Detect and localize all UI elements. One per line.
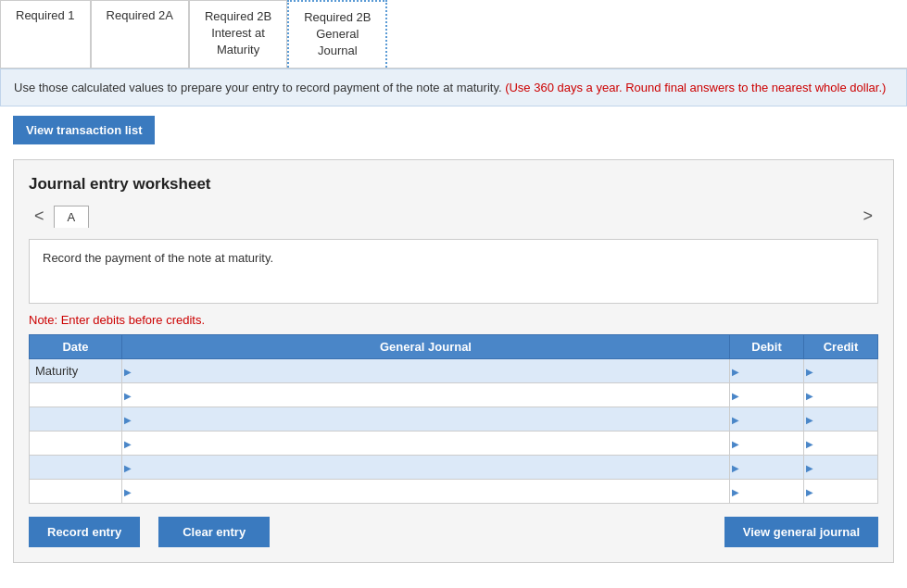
clear-entry-button[interactable]: Clear entry [158,517,270,547]
bottom-buttons: Record entry Clear entry View general jo… [29,517,878,547]
col-header-journal: General Journal [122,335,730,359]
cell-debit[interactable] [730,407,804,432]
cell-date [30,383,122,407]
tab-required1[interactable]: Required 1 [0,0,91,68]
cell-journal[interactable] [122,480,730,504]
debit-input[interactable] [730,359,803,382]
debit-input[interactable] [730,432,803,455]
cell-date [30,456,122,480]
entry-tab-a[interactable]: A [54,206,90,228]
top-actions: View transaction list [0,106,907,154]
tab-required2b-journal[interactable]: Required 2BGeneralJournal [287,0,387,68]
cell-date [30,480,122,504]
credit-input[interactable] [804,432,877,455]
journal-input[interactable] [122,359,729,382]
col-header-debit: Debit [730,335,804,359]
cell-credit[interactable] [804,480,878,504]
cell-credit[interactable] [804,383,878,407]
credit-input[interactable] [804,456,877,479]
table-row [30,432,878,456]
cell-debit[interactable] [730,359,804,383]
col-header-date: Date [30,335,122,359]
view-general-journal-button[interactable]: View general journal [724,517,878,547]
credit-input[interactable] [804,359,877,382]
cell-credit[interactable] [804,456,878,480]
worksheet-container: Journal entry worksheet < A > Record the… [13,159,894,563]
col-header-credit: Credit [804,335,878,359]
view-transaction-list-button[interactable]: View transaction list [13,116,155,144]
entry-tabs-nav: < A > [29,205,878,228]
cell-date [30,407,122,432]
description-box: Record the payment of the note at maturi… [29,239,878,304]
record-entry-button[interactable]: Record entry [29,517,140,547]
cell-date [30,432,122,456]
next-entry-arrow[interactable]: > [857,205,878,228]
debit-input[interactable] [730,480,803,503]
cell-date: Maturity [30,359,122,383]
tab-required2a[interactable]: Required 2A [91,0,189,68]
credit-input[interactable] [804,383,877,407]
journal-input[interactable] [122,456,729,479]
cell-debit[interactable] [730,432,804,456]
journal-table: Date General Journal Debit Credit Maturi… [29,334,878,504]
info-banner: Use those calculated values to prepare y… [0,69,907,107]
table-row: Maturity [30,359,878,383]
cell-credit[interactable] [804,407,878,432]
cell-journal[interactable] [122,456,730,480]
cell-credit[interactable] [804,359,878,383]
credit-input[interactable] [804,407,877,431]
cell-journal[interactable] [122,407,730,432]
cell-credit[interactable] [804,432,878,456]
prev-entry-arrow[interactable]: < [29,205,50,228]
debit-input[interactable] [730,456,803,479]
debit-input[interactable] [730,383,803,407]
journal-input[interactable] [122,432,729,455]
table-row [30,383,878,407]
journal-input[interactable] [122,407,729,431]
credit-input[interactable] [804,480,877,503]
cell-debit[interactable] [730,383,804,407]
cell-journal[interactable] [122,432,730,456]
worksheet-title: Journal entry worksheet [29,175,878,194]
journal-input[interactable] [122,480,729,503]
table-row [30,407,878,432]
tab-required2b-interest[interactable]: Required 2BInterest atMaturity [189,0,287,68]
cell-journal[interactable] [122,383,730,407]
cell-journal[interactable] [122,359,730,383]
cell-debit[interactable] [730,480,804,504]
note-text: Note: Enter debits before credits. [29,313,878,327]
table-row [30,456,878,480]
cell-debit[interactable] [730,456,804,480]
table-row [30,480,878,504]
tabs-row: Required 1 Required 2A Required 2BIntere… [0,0,907,69]
journal-input[interactable] [122,383,729,407]
debit-input[interactable] [730,407,803,431]
